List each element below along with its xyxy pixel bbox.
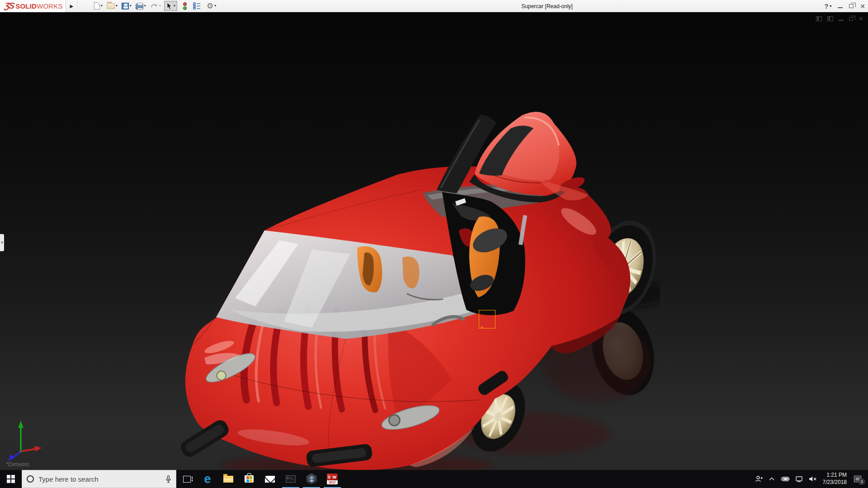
windows-logo-icon (7, 475, 15, 483)
document-title: Supercar [Read-only] (475, 3, 619, 9)
people-icon[interactable] (755, 475, 763, 483)
selection-highlight-box (479, 310, 495, 328)
new-document-button[interactable]: ▾ (93, 1, 104, 10)
microphone-icon[interactable] (165, 475, 171, 483)
new-document-icon (94, 2, 100, 9)
options-gear-icon: ⚙ (207, 2, 213, 10)
open-dropdown-caret[interactable]: ▾ (116, 4, 118, 8)
document-window-controls: ✕ (816, 16, 863, 22)
taskbar-app-store[interactable] (239, 470, 259, 488)
undo-dropdown-caret: ▾ (159, 4, 161, 8)
taskbar-app-edrawings[interactable] (301, 470, 322, 488)
orientation-triad (4, 419, 53, 466)
cortana-icon (27, 475, 34, 483)
taskbar-app-command-prompt[interactable]: C:\_ (280, 470, 301, 488)
file-properties-icon (193, 2, 201, 9)
graphics-area[interactable]: ✕ (0, 12, 868, 470)
clock-time: 1:21 PM (823, 472, 847, 479)
taskbar-app-edge[interactable]: e (197, 470, 218, 488)
flyout-arrow-icon: ▶ (70, 4, 73, 9)
restore-button[interactable] (849, 4, 854, 8)
open-folder-icon (107, 3, 115, 9)
search-input[interactable] (38, 475, 161, 483)
task-view-icon (183, 476, 191, 483)
title-bar: ƷS SOLIDWORKS ▶ ▾ ▾ ▾ ▾ (0, 0, 868, 12)
solidworks-window: ƷS SOLIDWORKS ▶ ▾ ▾ ▾ ▾ (0, 0, 868, 488)
select-dropdown-caret[interactable]: ▾ (174, 4, 175, 8)
taskbar-clock[interactable]: 1:21 PM 7/23/2018 (823, 472, 847, 486)
rebuild-trafficlight-icon (183, 2, 187, 10)
window-controls: ? ▾ ✕ (825, 0, 865, 12)
network-icon[interactable] (796, 476, 803, 482)
clock-date: 7/23/2018 (823, 479, 847, 486)
action-center-button[interactable]: 3 (853, 474, 863, 483)
menu-flyout-arrow[interactable]: ▶ (66, 0, 78, 12)
task-view-button[interactable] (176, 470, 197, 488)
notification-badge: 3 (859, 479, 865, 485)
command-prompt-icon: C:\_ (286, 475, 296, 483)
display-pane-left-icon[interactable] (816, 16, 822, 21)
print-icon (136, 4, 143, 9)
taskbar-app-file-explorer[interactable] (218, 470, 239, 488)
save-dropdown-caret[interactable]: ▾ (130, 4, 132, 8)
solidworks-logo[interactable]: ƷS SOLIDWORKS (0, 0, 66, 12)
select-tool-button[interactable]: ▾ (164, 1, 177, 11)
minimize-button[interactable] (838, 7, 843, 8)
featuremanager-flyout-tab[interactable] (0, 234, 4, 251)
edge-icon: e (204, 473, 211, 485)
taskbar-search-box[interactable] (22, 470, 176, 488)
dassault-3ds-mark: ƷS (4, 1, 14, 11)
view-orientation-label: *Dimetric (6, 461, 30, 468)
brand-solid: SOLID (15, 2, 37, 10)
file-explorer-icon (223, 476, 233, 483)
save-button[interactable]: ▾ (121, 2, 132, 10)
document-minimize-button[interactable] (839, 20, 844, 21)
microsoft-store-icon (245, 475, 254, 483)
options-dropdown-caret[interactable]: ▾ (214, 4, 216, 8)
help-button[interactable]: ? ▾ (825, 3, 832, 10)
display-pane-right-icon[interactable] (827, 16, 833, 21)
options-button[interactable]: ⚙ ▾ (206, 1, 217, 11)
windows-taskbar: e C:\_ S W 2017 (0, 470, 868, 488)
help-icon: ? (825, 3, 829, 10)
print-button[interactable]: ▾ (135, 2, 147, 10)
hexagon-app-icon (307, 474, 317, 485)
print-dropdown-caret[interactable]: ▾ (144, 4, 146, 8)
volume-muted-icon[interactable] (809, 476, 817, 482)
taskbar-app-solidworks[interactable]: S W 2017 (322, 470, 343, 488)
supercar-3d-model[interactable] (163, 81, 660, 470)
taskbar-app-mail[interactable] (259, 470, 280, 488)
close-button[interactable]: ✕ (860, 3, 865, 9)
help-dropdown-caret[interactable]: ▾ (830, 5, 831, 8)
brand-works: WORKS (37, 2, 63, 10)
system-tray: 1:21 PM 7/23/2018 3 (755, 470, 868, 488)
undo-button[interactable]: ▾ (149, 2, 162, 10)
file-properties-button[interactable] (192, 1, 202, 10)
save-floppy-icon (122, 3, 129, 9)
rebuild-button[interactable] (182, 1, 188, 11)
hidden-icons-chevron[interactable] (769, 477, 774, 481)
battery-icon[interactable] (780, 476, 790, 482)
solidworks-2017-icon: S W 2017 (327, 474, 338, 484)
start-button[interactable] (0, 470, 22, 488)
new-dropdown-caret[interactable]: ▾ (101, 4, 103, 8)
document-restore-button[interactable] (849, 17, 853, 21)
quick-access-toolbar: ▾ ▾ ▾ ▾ ▾ (93, 0, 217, 12)
mail-icon (265, 476, 275, 483)
select-cursor-icon (166, 2, 172, 10)
document-close-button[interactable]: ✕ (859, 16, 863, 22)
undo-arrow-icon (150, 3, 158, 9)
open-button[interactable]: ▾ (106, 2, 118, 10)
